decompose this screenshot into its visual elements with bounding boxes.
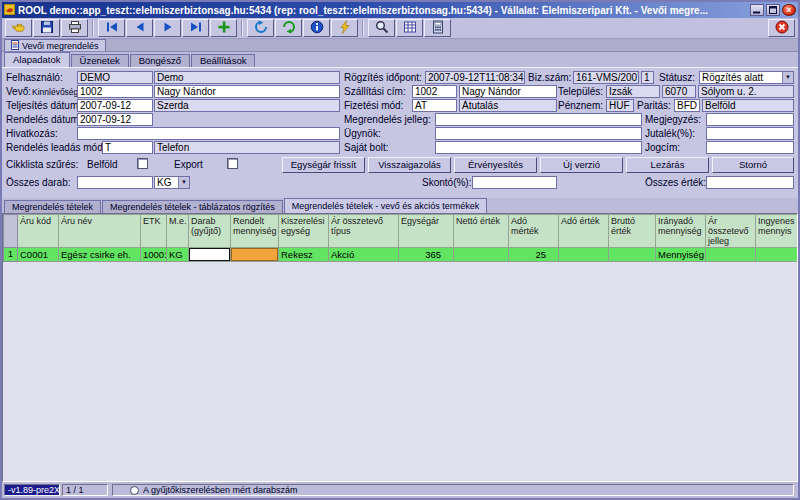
- statusz-label: Státusz:: [659, 72, 695, 83]
- tab-vevoi-megrendeles[interactable]: Vevői megrendelés: [4, 39, 106, 51]
- penznem-field[interactable]: HUF: [606, 99, 634, 112]
- teljesites-datum-label: Teljesítés dátum:: [6, 100, 81, 111]
- col-etk: ETK: [141, 215, 167, 248]
- belfold-checkbox[interactable]: [137, 158, 148, 169]
- export-checkbox[interactable]: [227, 158, 238, 169]
- jogcim-field[interactable]: [706, 141, 794, 154]
- calculator-button[interactable]: [424, 19, 451, 37]
- iranyitoszam-field[interactable]: 6070: [662, 85, 696, 98]
- undo-button[interactable]: [275, 19, 302, 37]
- tab-beallitasok[interactable]: Beállítások: [191, 54, 255, 67]
- rogzites-idopont-field[interactable]: 2007-09-12T11:08:34: [425, 71, 525, 84]
- fizetesi-mod-kod-field[interactable]: AT: [412, 99, 457, 112]
- tab-megrendeles-tetelek[interactable]: Megrendelés tételek: [4, 200, 101, 213]
- cim-field[interactable]: Sólyom u. 2.: [698, 85, 794, 98]
- lezaras-button[interactable]: Lezárás: [626, 157, 709, 173]
- biz-szam-sorszam-field[interactable]: 1: [641, 71, 654, 84]
- col-iranyado-mennyiseg: Irányadó mennyiség: [656, 215, 706, 248]
- paritas-label: Paritás:: [637, 100, 671, 111]
- prev-record-button[interactable]: [126, 19, 153, 37]
- next-record-button[interactable]: [154, 19, 181, 37]
- szallitas-nev-field[interactable]: Nagy Nándor: [459, 85, 557, 98]
- tab-vevo-akcios-termekek[interactable]: Megrendelés tételek - vevő és akciós ter…: [284, 198, 488, 213]
- megrendeles-jelleg-label: Megrendelés jelleg:: [344, 114, 431, 125]
- grid-view-button[interactable]: [396, 19, 423, 37]
- wizard-button[interactable]: [5, 19, 32, 37]
- teljesites-datum-field[interactable]: 2007-09-12: [77, 99, 153, 112]
- app-window: ROOL demo::app_teszt::elelmiszerbiztonsa…: [0, 0, 800, 500]
- minimize-button[interactable]: [750, 4, 764, 16]
- refresh-icon: [254, 20, 268, 37]
- paritas-kod-field[interactable]: BFD: [674, 99, 700, 112]
- storno-button[interactable]: Stornó: [712, 157, 794, 173]
- teljesites-nap-field[interactable]: Szerda: [154, 99, 340, 112]
- visszaigazolas-button[interactable]: Visszaigazolás: [368, 157, 451, 173]
- ervenyesites-button[interactable]: Érvényesítés: [454, 157, 537, 173]
- egysegar-frissit-button[interactable]: Egységár frissít: [282, 157, 365, 173]
- mertekegyseg-select[interactable]: KG ▼: [154, 176, 190, 189]
- hivatkozas-field[interactable]: [77, 127, 340, 140]
- paritas-nev-field[interactable]: Belföld: [702, 99, 794, 112]
- chevron-down-icon: ▼: [178, 177, 189, 188]
- add-record-button[interactable]: [210, 19, 237, 37]
- document-tab-label: Vevői megrendelés: [22, 41, 99, 51]
- megjegyzes-field[interactable]: [706, 113, 794, 126]
- gyujto-radio[interactable]: [130, 486, 139, 495]
- sajat-bolt-field[interactable]: [435, 141, 642, 154]
- vevo-nev-field[interactable]: Nagy Nándor: [154, 85, 340, 98]
- exit-button[interactable]: [768, 19, 795, 37]
- exit-icon: [775, 20, 789, 37]
- telepules-field[interactable]: Izsák: [606, 85, 660, 98]
- quick-action-button[interactable]: [331, 19, 358, 37]
- sajat-bolt-label: Saját bolt:: [344, 142, 388, 153]
- tab-alapadatok[interactable]: Alapadatok: [4, 52, 70, 67]
- first-record-button[interactable]: [98, 19, 125, 37]
- osszes-darab-field[interactable]: [77, 176, 153, 189]
- biz-szam-field[interactable]: 161-VMS/2007: [573, 71, 639, 84]
- last-record-button[interactable]: [182, 19, 209, 37]
- refresh-button[interactable]: [247, 19, 274, 37]
- tab-tablazatos-rogzites[interactable]: Megrendelés tételek - táblázatos rögzíté…: [102, 200, 283, 213]
- megrendeles-jelleg-field[interactable]: [435, 113, 642, 126]
- kinnlevoseg-label: Kinnlévőség: [32, 87, 78, 97]
- jutalek-field[interactable]: [706, 127, 794, 140]
- cell-netto-ertek: [454, 248, 509, 262]
- maximize-button[interactable]: [766, 4, 780, 16]
- tab-uzenetek[interactable]: Üzenetek: [71, 54, 129, 67]
- vevo-kod-field[interactable]: 1002: [77, 85, 153, 98]
- rendeles-datum-field[interactable]: 2007-09-12: [77, 113, 153, 126]
- cell-ado-mertek: 25: [509, 248, 559, 262]
- rendeles-leadas-kod-field[interactable]: T: [102, 141, 153, 154]
- cikklista-szures-label: Cikklista szűrés:: [6, 159, 78, 170]
- tab-bongeszo[interactable]: Böngésző: [130, 54, 190, 67]
- rendeles-leadas-nev-field[interactable]: Telefon: [154, 141, 340, 154]
- search-button[interactable]: [368, 19, 395, 37]
- osszes-ertek-field[interactable]: [706, 176, 794, 189]
- printer-icon: [68, 20, 82, 37]
- felhasznalo-kod-field[interactable]: DEMO: [77, 71, 153, 84]
- cell-brutto-ertek: [609, 248, 656, 262]
- skonto-field[interactable]: [472, 176, 557, 189]
- vevo-label: Vevő:: [6, 86, 31, 97]
- print-button[interactable]: [61, 19, 88, 37]
- jutalek-label: Jutalék(%):: [645, 128, 695, 139]
- col-ado-mertek: Adó mérték: [509, 215, 559, 248]
- grid-row-1[interactable]: 1 C0001 Egész csirke eh. 10001 KG Rekesz…: [4, 248, 798, 262]
- darab-gyujto-input[interactable]: [189, 248, 230, 261]
- cell-ingyenes-mennyiseg: [756, 248, 798, 262]
- felhasznalo-nev-field[interactable]: Demo: [154, 71, 340, 84]
- close-icon[interactable]: ×: [782, 4, 796, 16]
- save-button[interactable]: [33, 19, 60, 37]
- col-darab-gyujto: Darab (gyűjtő): [189, 215, 231, 248]
- fizetesi-mod-nev-field[interactable]: Átutalás: [459, 99, 557, 112]
- info-button[interactable]: [303, 19, 330, 37]
- ugynok-field[interactable]: [435, 127, 642, 140]
- gyujto-radio-label: A gyűjtőkiszerelésben mért darabszám: [143, 485, 298, 495]
- statusz-select[interactable]: Rögzítés alatt ▼: [699, 71, 794, 84]
- szallitas-kod-field[interactable]: 1002: [412, 85, 457, 98]
- hivatkozas-label: Hivatkozás:: [6, 128, 58, 139]
- cell-kiszerelesi-egyseg: Rekesz: [279, 248, 329, 262]
- megjegyzes-label: Megjegyzés:: [645, 114, 701, 125]
- uj-verzio-button[interactable]: Új verzió: [540, 157, 623, 173]
- rendelt-mennyiseg-input[interactable]: [231, 248, 278, 261]
